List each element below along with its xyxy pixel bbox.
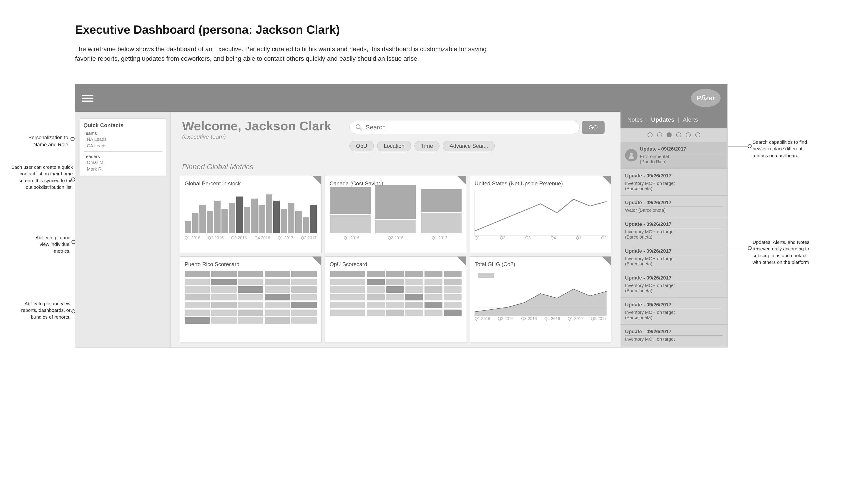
bar-17 (303, 217, 309, 233)
annotation-pin-reports: Ability to pin and view reports, dashboa… (7, 300, 71, 320)
us-chart-labels: Q1Q2Q3Q4Q1Q2 (475, 236, 607, 240)
metric-card-opu[interactable]: OpU Scorecard (325, 256, 467, 343)
update-item-1[interactable]: Update - 09/26/2017 Environmental(Puerto… (621, 142, 727, 169)
pr-cell-1-1 (184, 279, 210, 285)
filter-opu[interactable]: OpU (349, 141, 374, 151)
welcome-block: Welcome, Jackson Clark (executive team) (175, 116, 338, 143)
quick-contacts-card: Quick Contacts Teams NA Leads CA Leads L… (80, 119, 166, 176)
update-item-1-header: Update - 09/26/2017 Environmental(Puerto… (625, 146, 723, 165)
tab-alerts[interactable]: Alerts (681, 115, 700, 124)
metric-title-3: United States (Net Upside Revenue) (475, 180, 607, 187)
tab-notes[interactable]: Notes (625, 115, 645, 124)
opu-cell-4-5 (424, 302, 443, 308)
metric-title-4: Puerto Rico Scorecard (184, 261, 317, 267)
update-item-4[interactable]: Update - 09/26/2017 Inventory MOH on tar… (621, 217, 727, 244)
bar-group-bar-3 (375, 185, 416, 219)
filter-time[interactable]: Time (415, 141, 440, 151)
annotation-personalization-dot (71, 137, 75, 141)
annotation-updates-dot (747, 246, 752, 250)
opu-cell-3-4 (405, 294, 423, 300)
metric-card-canada[interactable]: Canada (Cost Saving) (325, 176, 467, 253)
pr-cell-5-2 (211, 310, 237, 316)
carousel-dot-6[interactable] (695, 132, 700, 137)
contact-mark[interactable]: Mark R. (83, 166, 162, 172)
area-chart-svg (475, 271, 607, 316)
update-item-7[interactable]: Update - 09/26/2017 Inventory MOH on tar… (621, 298, 727, 325)
pr-cell-5-4 (265, 310, 290, 316)
pr-cell-5-5 (291, 310, 316, 316)
pr-cell-3-1 (184, 294, 210, 300)
opu-cell-3-2 (367, 294, 385, 300)
right-panel: Notes | Updates | Alerts (621, 112, 727, 347)
contact-ca-leads[interactable]: CA Leads (83, 143, 162, 149)
update-avatar-1 (625, 149, 637, 161)
metric-card-global-percent[interactable]: Global Percent in stock (180, 176, 322, 253)
avatar-icon-1 (628, 152, 635, 159)
pr-cell-5-3 (238, 310, 263, 316)
annotation-search: Search capabilities to find new or repla… (753, 139, 839, 159)
pr-cell-6-5 (291, 317, 316, 324)
pr-cell-5-1 (184, 310, 210, 316)
contact-na-leads[interactable]: NA Leads (83, 136, 162, 143)
bar-9 (244, 207, 250, 233)
pr-cell-4-1 (184, 302, 210, 308)
bar-10 (251, 199, 257, 233)
bar-group-3 (421, 189, 461, 233)
update-item-2[interactable]: Update - 09/26/2017 Inventory MOH on tar… (621, 169, 727, 195)
annotation-search-line (728, 146, 748, 146)
search-go-button[interactable]: GO (582, 121, 604, 134)
pr-cell-6-4 (265, 317, 290, 324)
opu-cell-1-2 (367, 279, 385, 285)
pr-cell-2-5 (291, 286, 316, 293)
metric-card-us[interactable]: United States (Net Upside Revenue) Q1Q2Q… (470, 176, 611, 253)
center-panel: Welcome, Jackson Clark (executive team) … (171, 112, 621, 347)
carousel-dots (621, 128, 727, 142)
update-date-6: Update - 09/26/2017 (625, 275, 723, 282)
pr-scorecard-table (184, 271, 317, 324)
opu-cell-5-2 (367, 310, 385, 316)
search-input[interactable] (365, 124, 574, 131)
carousel-dot-3[interactable] (667, 132, 672, 137)
metric-corner-6 (602, 256, 611, 266)
contact-omar[interactable]: Omar M. (83, 159, 162, 166)
svg-rect-9 (478, 273, 494, 278)
opu-cell-4-1 (330, 302, 365, 308)
opu-cell-5-1 (330, 310, 365, 316)
tab-updates[interactable]: Updates (649, 115, 677, 124)
filter-location[interactable]: Location (377, 141, 411, 151)
bar-1 (184, 221, 191, 233)
bar-group-bar-5 (421, 189, 461, 212)
update-item-5[interactable]: Update - 09/26/2017 Inventory MOH on tar… (621, 244, 727, 271)
carousel-dot-2[interactable] (657, 132, 662, 137)
hamburger-menu-button[interactable] (82, 95, 94, 102)
bar-group-1 (330, 187, 371, 233)
pr-cell-2-4 (265, 286, 290, 293)
opu-cell-3-1 (330, 294, 365, 300)
opu-cell-2-6 (444, 286, 462, 293)
bar-group-bar-6 (421, 213, 461, 233)
pinned-section-title: Pinned Global Metrics (175, 160, 616, 176)
filter-advance-search[interactable]: Advance Sear... (443, 141, 494, 151)
hamburger-line-3 (82, 100, 94, 102)
contact-section-teams: Teams (83, 131, 162, 136)
pr-cell-4-3 (238, 302, 263, 308)
metric-card-ghg[interactable]: Total GHG (Co2) (470, 256, 611, 343)
carousel-dot-1[interactable] (648, 132, 652, 137)
bar-chart-global (184, 190, 317, 236)
carousel-dot-5[interactable] (686, 132, 691, 137)
metrics-grid: Global Percent in stock (175, 176, 616, 347)
update-desc-5: Inventory MOH on target(Barceloneta) (625, 256, 723, 266)
update-date-8: Update - 09/26/2017 (625, 329, 723, 336)
update-item-6[interactable]: Update - 09/26/2017 Inventory MOH on tar… (621, 271, 727, 298)
carousel-dot-4[interactable] (676, 132, 681, 137)
metric-card-pr[interactable]: Puerto Rico Scorecard (180, 256, 322, 343)
update-item-3[interactable]: Update - 09/26/2017 Water (Barceloneta) (621, 195, 727, 217)
opu-cell-4-3 (386, 302, 404, 308)
opu-cell-1-5 (424, 279, 443, 285)
opu-cell-h2 (367, 271, 385, 277)
contact-section-leaders: Leaders (83, 154, 162, 159)
update-item-8[interactable]: Update - 09/26/2017 Inventory MOH on tar… (621, 325, 727, 346)
pr-cell-6-1 (184, 317, 210, 324)
ghg-chart-labels: Q1 2016Q2 2016Q3 2016Q4 2016Q1 2017Q2 20… (475, 316, 607, 321)
pr-cell-h2 (211, 271, 237, 277)
